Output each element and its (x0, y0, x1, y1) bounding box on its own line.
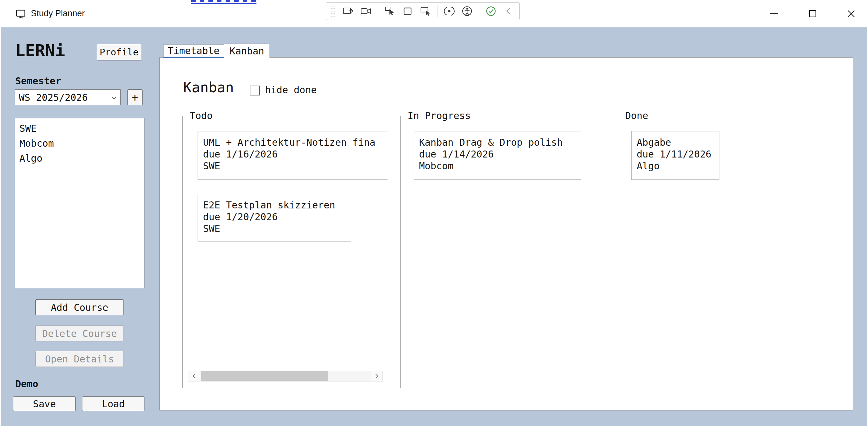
screen-share-icon[interactable] (342, 5, 354, 17)
hide-done-checkbox[interactable] (250, 86, 260, 95)
card-course: Mobcom (419, 160, 576, 172)
open-details-button[interactable]: Open Details (35, 351, 124, 367)
card-due: due 1/20/2026 (203, 211, 346, 223)
kanban-column-todo: Todo UML + Architektur-Notizen fina due … (182, 116, 388, 388)
card-due: due 1/16/2026 (203, 148, 388, 160)
card-due: due 1/14/2026 (419, 148, 576, 160)
kanban-column-done: Done Abgabe due 1/11/2026 Algo (618, 116, 831, 388)
column-body: Kanban Drag & Drop polish due 1/14/2026 … (401, 117, 603, 388)
page-title: Kanban (183, 79, 234, 95)
app-logo: LERNi (15, 41, 65, 60)
kanban-page: Kanban hide done Todo UML + Architektur-… (159, 57, 853, 410)
semester-select[interactable]: WS 2025/2026 (14, 89, 121, 105)
kanban-column-in-progress: In Progress Kanban Drag & Drop polish du… (400, 116, 604, 388)
scrollbar-track[interactable] (200, 371, 371, 381)
chevron-left-icon[interactable] (503, 5, 515, 17)
card-course: SWE (203, 223, 346, 235)
capture-toolbar (326, 2, 520, 20)
titlebar: Study Planner (0, 0, 868, 27)
toolbar-divider (479, 5, 479, 17)
kanban-card[interactable]: E2E Testplan skizzieren due 1/20/2026 SW… (197, 194, 351, 242)
semester-label: Semester (15, 75, 61, 87)
delete-course-button[interactable]: Delete Course (35, 326, 124, 341)
hide-done-label: hide done (265, 84, 317, 95)
tab-timetable[interactable]: Timetable (163, 44, 224, 58)
window-title: Study Planner (31, 8, 85, 19)
check-circle-icon[interactable] (485, 5, 497, 17)
card-course: SWE (203, 160, 388, 172)
chevron-down-icon (111, 96, 117, 100)
kanban-card[interactable]: Abgabe due 1/11/2026 Algo (631, 131, 719, 180)
toolbar-divider (378, 5, 378, 17)
semester-value: WS 2025/2026 (19, 92, 88, 103)
toolbar-divider (437, 5, 437, 17)
save-button[interactable]: Save (13, 396, 76, 411)
close-button[interactable] (841, 0, 861, 27)
background-link-fragment (191, 0, 256, 4)
window-select-icon[interactable] (420, 5, 431, 17)
add-course-button[interactable]: Add Course (35, 299, 124, 315)
app-window: Study Planner (0, 0, 868, 427)
cursor-select-icon[interactable] (384, 5, 396, 17)
course-list: SWE Mobcom Algo (14, 118, 145, 288)
scroll-left-icon[interactable] (188, 371, 200, 381)
column-body: Abgabe due 1/11/2026 Algo (619, 117, 831, 388)
kanban-card[interactable]: Kanban Drag & Drop polish due 1/14/2026 … (414, 131, 581, 180)
card-title: E2E Testplan skizzieren (203, 199, 346, 211)
scrollbar-thumb[interactable] (201, 371, 328, 381)
card-title: Abgabe (637, 136, 714, 148)
toolbar-grip-icon[interactable] (331, 4, 336, 18)
card-title: UML + Architektur-Notizen fina (203, 136, 388, 148)
kanban-card[interactable]: UML + Architektur-Notizen fina due 1/16/… (197, 131, 388, 180)
accessibility-icon[interactable] (461, 5, 473, 17)
course-item[interactable]: SWE (15, 121, 144, 136)
tab-kanban[interactable]: Kanban (224, 43, 270, 58)
card-title: Kanban Drag & Drop polish (419, 136, 576, 148)
add-semester-button[interactable]: + (127, 89, 143, 105)
course-item[interactable]: Algo (15, 151, 144, 166)
horizontal-scrollbar[interactable] (188, 371, 383, 382)
region-icon[interactable] (402, 5, 414, 17)
app-icon (15, 8, 26, 20)
load-button[interactable]: Load (82, 396, 145, 411)
maximize-button[interactable] (802, 0, 823, 27)
card-due: due 1/11/2026 (637, 148, 714, 160)
course-item[interactable]: Mobcom (15, 136, 144, 151)
scroll-right-icon[interactable] (371, 371, 382, 381)
minimize-button[interactable] (764, 0, 784, 27)
card-course: Algo (637, 160, 714, 172)
demo-label: Demo (15, 378, 38, 390)
target-icon[interactable] (443, 5, 455, 17)
camera-icon[interactable] (360, 5, 372, 17)
column-body: UML + Architektur-Notizen fina due 1/16/… (183, 117, 388, 388)
profile-button[interactable]: Profile (97, 44, 141, 60)
